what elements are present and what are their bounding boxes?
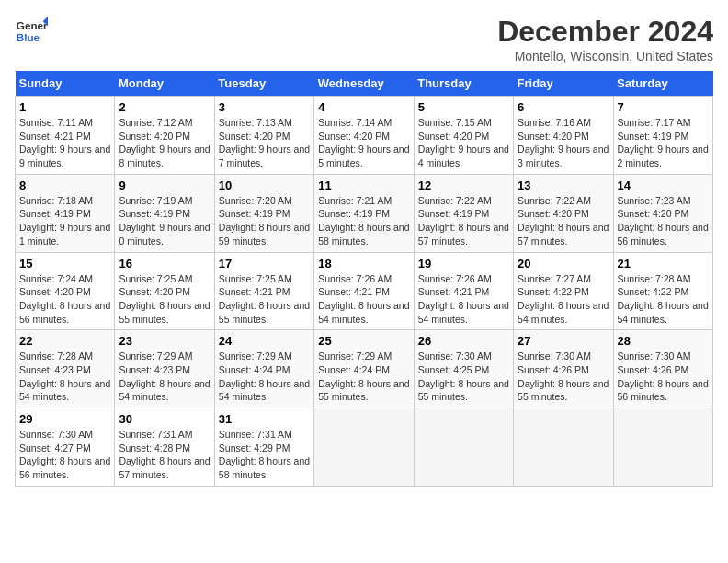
- day-number: 16: [119, 257, 210, 270]
- calendar-cell: [514, 408, 613, 487]
- header-cell-wednesday: Wednesday: [314, 71, 414, 97]
- calendar-cell: 29Sunrise: 7:30 AMSunset: 4:27 PMDayligh…: [16, 408, 115, 487]
- cell-info: Sunrise: 7:25 AMSunset: 4:20 PMDaylight:…: [119, 272, 210, 327]
- day-number: 27: [518, 334, 609, 348]
- svg-text:Blue: Blue: [17, 31, 40, 43]
- cell-info: Sunrise: 7:31 AMSunset: 4:28 PMDaylight:…: [119, 428, 210, 482]
- day-number: 14: [618, 178, 709, 192]
- calendar-cell: 9Sunrise: 7:19 AMSunset: 4:19 PMDaylight…: [115, 174, 214, 252]
- cell-info: Sunrise: 7:26 AMSunset: 4:21 PMDaylight:…: [418, 272, 509, 327]
- cell-info: Sunrise: 7:29 AMSunset: 4:24 PMDaylight:…: [219, 350, 310, 404]
- cell-info: Sunrise: 7:31 AMSunset: 4:29 PMDaylight:…: [219, 428, 310, 482]
- cell-info: Sunrise: 7:30 AMSunset: 4:26 PMDaylight:…: [618, 350, 709, 404]
- cell-info: Sunrise: 7:30 AMSunset: 4:26 PMDaylight:…: [518, 350, 609, 404]
- day-number: 28: [618, 334, 709, 348]
- cell-info: Sunrise: 7:22 AMSunset: 4:20 PMDaylight:…: [518, 194, 609, 248]
- calendar-cell: 4Sunrise: 7:14 AMSunset: 4:20 PMDaylight…: [314, 97, 414, 175]
- calendar-cell: 15Sunrise: 7:24 AMSunset: 4:20 PMDayligh…: [16, 252, 115, 330]
- cell-info: Sunrise: 7:16 AMSunset: 4:20 PMDaylight:…: [518, 116, 609, 170]
- day-number: 8: [19, 178, 110, 192]
- cell-info: Sunrise: 7:23 AMSunset: 4:20 PMDaylight:…: [618, 194, 709, 248]
- day-number: 31: [219, 412, 310, 426]
- calendar-body: 1Sunrise: 7:11 AMSunset: 4:21 PMDaylight…: [16, 97, 713, 487]
- calendar-week-3: 15Sunrise: 7:24 AMSunset: 4:20 PMDayligh…: [16, 252, 713, 330]
- calendar-week-4: 22Sunrise: 7:28 AMSunset: 4:23 PMDayligh…: [16, 330, 713, 408]
- title-area: December 2024 Montello, Wisconsin, Unite…: [497, 15, 713, 63]
- day-number: 4: [318, 100, 409, 114]
- day-number: 3: [219, 100, 310, 114]
- day-number: 13: [518, 178, 609, 192]
- header-cell-sunday: Sunday: [16, 71, 115, 97]
- cell-info: Sunrise: 7:14 AMSunset: 4:20 PMDaylight:…: [318, 116, 409, 170]
- calendar-cell: 30Sunrise: 7:31 AMSunset: 4:28 PMDayligh…: [115, 408, 214, 487]
- day-number: 20: [518, 257, 609, 270]
- cell-info: Sunrise: 7:21 AMSunset: 4:19 PMDaylight:…: [318, 194, 409, 248]
- calendar-cell: 20Sunrise: 7:27 AMSunset: 4:22 PMDayligh…: [514, 252, 613, 330]
- calendar-cell: 5Sunrise: 7:15 AMSunset: 4:20 PMDaylight…: [414, 97, 513, 175]
- header-cell-monday: Monday: [115, 71, 214, 97]
- calendar-cell: 21Sunrise: 7:28 AMSunset: 4:22 PMDayligh…: [613, 252, 712, 330]
- cell-info: Sunrise: 7:15 AMSunset: 4:20 PMDaylight:…: [418, 116, 509, 170]
- calendar-cell: 10Sunrise: 7:20 AMSunset: 4:19 PMDayligh…: [214, 174, 313, 252]
- calendar-cell: 16Sunrise: 7:25 AMSunset: 4:20 PMDayligh…: [115, 252, 214, 330]
- cell-info: Sunrise: 7:28 AMSunset: 4:23 PMDaylight:…: [19, 350, 110, 404]
- calendar-cell: 26Sunrise: 7:30 AMSunset: 4:25 PMDayligh…: [414, 330, 513, 408]
- cell-info: Sunrise: 7:17 AMSunset: 4:19 PMDaylight:…: [618, 116, 709, 170]
- header: General Blue December 2024 Montello, Wis…: [15, 15, 713, 63]
- calendar-cell: [314, 408, 414, 487]
- cell-info: Sunrise: 7:29 AMSunset: 4:24 PMDaylight:…: [318, 350, 409, 404]
- day-number: 1: [19, 100, 110, 114]
- calendar-cell: 11Sunrise: 7:21 AMSunset: 4:19 PMDayligh…: [314, 174, 414, 252]
- calendar-cell: 3Sunrise: 7:13 AMSunset: 4:20 PMDaylight…: [214, 97, 313, 175]
- cell-info: Sunrise: 7:24 AMSunset: 4:20 PMDaylight:…: [19, 272, 110, 327]
- day-number: 6: [518, 100, 609, 114]
- day-number: 25: [318, 334, 409, 348]
- day-number: 10: [219, 178, 310, 192]
- calendar-cell: 18Sunrise: 7:26 AMSunset: 4:21 PMDayligh…: [314, 252, 414, 330]
- cell-info: Sunrise: 7:27 AMSunset: 4:22 PMDaylight:…: [518, 272, 609, 327]
- calendar-cell: 31Sunrise: 7:31 AMSunset: 4:29 PMDayligh…: [214, 408, 313, 487]
- calendar-cell: 19Sunrise: 7:26 AMSunset: 4:21 PMDayligh…: [414, 252, 513, 330]
- day-number: 12: [418, 178, 509, 192]
- calendar-cell: 17Sunrise: 7:25 AMSunset: 4:21 PMDayligh…: [214, 252, 313, 330]
- calendar-cell: [613, 408, 712, 487]
- calendar-week-1: 1Sunrise: 7:11 AMSunset: 4:21 PMDaylight…: [16, 97, 713, 175]
- day-number: 17: [219, 257, 310, 270]
- cell-info: Sunrise: 7:19 AMSunset: 4:19 PMDaylight:…: [119, 194, 210, 248]
- cell-info: Sunrise: 7:12 AMSunset: 4:20 PMDaylight:…: [119, 116, 210, 170]
- day-number: 21: [618, 257, 709, 270]
- calendar-cell: 23Sunrise: 7:29 AMSunset: 4:23 PMDayligh…: [115, 330, 214, 408]
- day-number: 30: [119, 412, 210, 426]
- cell-info: Sunrise: 7:28 AMSunset: 4:22 PMDaylight:…: [618, 272, 709, 327]
- calendar-header-row: SundayMondayTuesdayWednesdayThursdayFrid…: [16, 71, 713, 97]
- calendar-cell: 27Sunrise: 7:30 AMSunset: 4:26 PMDayligh…: [514, 330, 613, 408]
- day-number: 9: [119, 178, 210, 192]
- calendar-cell: 2Sunrise: 7:12 AMSunset: 4:20 PMDaylight…: [115, 97, 214, 175]
- day-number: 29: [19, 412, 110, 426]
- calendar-cell: 25Sunrise: 7:29 AMSunset: 4:24 PMDayligh…: [314, 330, 414, 408]
- day-number: 15: [19, 257, 110, 270]
- cell-info: Sunrise: 7:11 AMSunset: 4:21 PMDaylight:…: [19, 116, 110, 170]
- cell-info: Sunrise: 7:30 AMSunset: 4:25 PMDaylight:…: [418, 350, 509, 404]
- calendar-cell: 12Sunrise: 7:22 AMSunset: 4:19 PMDayligh…: [414, 174, 513, 252]
- calendar-cell: 8Sunrise: 7:18 AMSunset: 4:19 PMDaylight…: [16, 174, 115, 252]
- cell-info: Sunrise: 7:20 AMSunset: 4:19 PMDaylight:…: [219, 194, 310, 248]
- logo-icon: General Blue: [15, 15, 48, 48]
- header-cell-thursday: Thursday: [414, 71, 513, 97]
- calendar-week-2: 8Sunrise: 7:18 AMSunset: 4:19 PMDaylight…: [16, 174, 713, 252]
- day-number: 7: [618, 100, 709, 114]
- main-title: December 2024: [497, 15, 713, 49]
- calendar-cell: 14Sunrise: 7:23 AMSunset: 4:20 PMDayligh…: [613, 174, 712, 252]
- calendar-week-5: 29Sunrise: 7:30 AMSunset: 4:27 PMDayligh…: [16, 408, 713, 487]
- subtitle: Montello, Wisconsin, United States: [497, 49, 713, 63]
- calendar-cell: 13Sunrise: 7:22 AMSunset: 4:20 PMDayligh…: [514, 174, 613, 252]
- calendar-table: SundayMondayTuesdayWednesdayThursdayFrid…: [15, 71, 713, 487]
- day-number: 18: [318, 257, 409, 270]
- day-number: 26: [418, 334, 509, 348]
- cell-info: Sunrise: 7:18 AMSunset: 4:19 PMDaylight:…: [19, 194, 110, 248]
- header-cell-tuesday: Tuesday: [214, 71, 313, 97]
- logo: General Blue: [15, 15, 48, 48]
- header-cell-saturday: Saturday: [613, 71, 712, 97]
- day-number: 5: [418, 100, 509, 114]
- cell-info: Sunrise: 7:25 AMSunset: 4:21 PMDaylight:…: [219, 272, 310, 327]
